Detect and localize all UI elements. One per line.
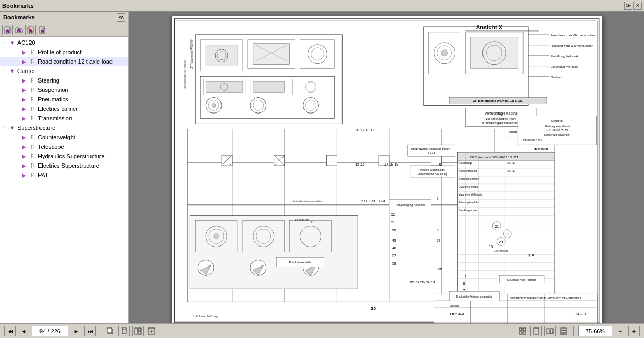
svg-text:ZF Transmastic WSK400: ZF Transmastic WSK400 — [190, 39, 193, 68]
svg-text:23 19  23 19  24: 23 19 23 19 24 — [360, 199, 385, 203]
tree-item-transmission[interactable]: ▶ ⚐ Transmission — [0, 114, 128, 123]
tree-item-counterweight[interactable]: ▶ ⚐ Counterweight — [0, 132, 128, 142]
grid-view-button[interactable] — [517, 326, 528, 336]
page-input[interactable] — [32, 326, 68, 336]
tree-item-carrier[interactable]: − ▼ Carrier — [0, 66, 128, 76]
collapse-left-icon[interactable]: ≪ — [117, 13, 125, 22]
svg-point-46 — [441, 50, 447, 56]
svg-text:52: 52 — [390, 212, 395, 216]
fit-button[interactable] — [146, 326, 157, 336]
svg-rect-212 — [523, 328, 526, 331]
last-page-button[interactable]: ⏭ — [84, 326, 96, 336]
svg-rect-30 — [253, 82, 284, 93]
window-controls: ≫ ✕ — [624, 2, 642, 10]
expand-profile — [13, 48, 20, 56]
svg-rect-77 — [326, 155, 337, 166]
svg-text:GETRIEBESTEUERUNG PNEUMATIK/HY: GETRIEBESTEUERUNG PNEUMATIK/HYD ZF-MERCE… — [510, 296, 581, 300]
window-expand-icon[interactable]: ≫ — [624, 2, 632, 10]
expand-pneumatics — [13, 96, 20, 103]
tree-label-road: Road condition 12 t axle load — [38, 58, 113, 65]
svg-text:52: 52 — [391, 254, 396, 258]
svg-text:58: 58 — [391, 262, 396, 265]
svg-text:Hydraulik: Hydraulik — [534, 147, 548, 150]
tree-item-telescope[interactable]: ▶ ⚐ Telescope — [0, 142, 128, 151]
tree-item-hydraulics-super[interactable]: ▶ ⚐ Hydraulics Superstructure — [0, 151, 128, 161]
tree-item-steering[interactable]: ▶ ⚐ Steering — [0, 76, 128, 85]
pdf-viewer: Ansicht X — [129, 12, 644, 323]
first-page-button[interactable]: ⏮ — [4, 326, 16, 336]
svg-text:Entlüftung hydraulik: Entlüftung hydraulik — [550, 55, 578, 58]
tree-item-superstructure[interactable]: − ▼ Superstructure — [0, 123, 128, 132]
two-page-button[interactable] — [544, 326, 556, 336]
svg-text:50: 50 — [391, 228, 396, 232]
new-bookmark-button[interactable] — [2, 25, 13, 35]
svg-text:55 54 56 54 53: 55 54 56 54 53 — [410, 280, 435, 284]
tree-item-pneumatics[interactable]: ▶ ⚐ Pneumatics — [0, 95, 128, 104]
expand-superstructure[interactable]: − — [1, 124, 8, 131]
svg-text:Rücklauf vom Wärmetauscher: Rücklauf vom Wärmetauscher — [550, 44, 592, 47]
expand-road — [13, 58, 20, 65]
bookmark-icon-pat: ▶ — [20, 171, 27, 179]
bookmark-flag-pneumatics: ⚐ — [29, 96, 36, 103]
svg-text:7.8: 7.8 — [528, 253, 535, 258]
svg-rect-216 — [547, 329, 549, 334]
continuous-button[interactable] — [558, 326, 569, 336]
move-bookmark-button[interactable] — [37, 25, 47, 35]
svg-text:20  17 18 17: 20 17 18 17 — [355, 128, 375, 132]
pdf-canvas[interactable]: Ansicht X — [129, 12, 644, 323]
bookmark-icon-profile: ▶ — [20, 48, 27, 56]
svg-text:Possasch: = WS: Possasch: = WS — [523, 138, 542, 141]
separator-2 — [573, 326, 574, 336]
svg-text:ZF Transmastic WSK400 16 S 221: ZF Transmastic WSK400 16 S 221 — [472, 99, 523, 103]
svg-rect-218 — [561, 328, 566, 330]
zoom-out-button[interactable]: − — [615, 326, 626, 336]
svg-marker-7 — [41, 29, 44, 33]
tree-item-suspension[interactable]: ▶ ⚐ Suspension — [0, 85, 128, 95]
svg-text:Ansicht X: Ansicht X — [476, 24, 502, 30]
expand-electrics-carrier — [13, 105, 20, 112]
svg-rect-217 — [550, 329, 553, 334]
bookmark-icon-counterweight: ▶ — [20, 134, 27, 141]
prev-page-button[interactable]: ◄ — [18, 326, 29, 336]
zoom-input[interactable] — [578, 326, 612, 336]
zoom-in-button[interactable]: + — [628, 326, 640, 336]
expand-carrier[interactable]: − — [1, 67, 8, 75]
svg-rect-15 — [206, 45, 237, 66]
tree-item-pat[interactable]: ▶ ⚐ PAT — [0, 170, 128, 180]
tree-item-electrics-super[interactable]: ▶ ⚐ Electrics Superstructure — [0, 161, 128, 170]
svg-text:Retardersteuerschieber: Retardersteuerschieber — [292, 200, 322, 203]
svg-text:Druckstelle Retardersteuerstuf: Druckstelle Retardersteuerstufe — [456, 295, 492, 298]
layout-button[interactable] — [132, 326, 144, 336]
tree-item-profile[interactable]: ▶ ⚐ Profile of product — [0, 47, 128, 57]
delete-bookmark-button[interactable] — [25, 25, 36, 35]
expand-counterweight — [13, 134, 20, 141]
svg-rect-19 — [253, 44, 289, 65]
bookmark-icon-suspension: ▶ — [20, 86, 27, 94]
svg-text:Magnetventil Module: Magnetventil Module — [458, 193, 482, 196]
window-bar: Bookmarks ≫ ✕ — [0, 0, 644, 12]
svg-text:Einleitung: Einleitung — [295, 218, 308, 221]
window-close-icon[interactable]: ✕ — [633, 2, 642, 10]
svg-rect-214 — [523, 332, 526, 334]
paste-button[interactable] — [118, 326, 130, 336]
bookmark-icon-telescope: ▶ — [20, 143, 27, 150]
svg-text:23: 23 — [499, 240, 503, 244]
svg-text:9: 9 — [464, 275, 466, 279]
next-page-button[interactable]: ► — [71, 326, 82, 336]
single-page-button[interactable] — [530, 326, 542, 336]
svg-text:ZF Transmastic WSK400 16 S 221: ZF Transmastic WSK400 16 S 221 — [470, 156, 519, 159]
svg-text:Pneumatische Steuerung: Pneumatische Steuerung — [417, 172, 447, 176]
copy-page-button[interactable] — [105, 326, 116, 336]
svg-text:22: 22 — [505, 232, 509, 236]
bookmark-flag-suspension: ⚐ — [29, 86, 36, 94]
tree-item-road[interactable]: ▶ ⚐ Road condition 12 t axle load — [0, 57, 128, 66]
tree-item-electrics-carrier[interactable]: ▶ ⚐ Electrics carrier — [0, 104, 128, 114]
svg-text:15 16: 15 16 — [355, 162, 365, 166]
bookmark-flag-road: ⚐ — [29, 58, 36, 65]
expand-ac120[interactable]: − — [1, 39, 8, 46]
tree-item-ac120[interactable]: − ▼ AC120 — [0, 38, 128, 47]
new-folder-button[interactable] — [14, 25, 24, 35]
tree-label-hydraulics-super: Hydraulics Superstructure — [38, 153, 105, 159]
separator-1 — [100, 326, 100, 336]
svg-text:Lüftversorgung Seil/Kette: Lüftversorgung Seil/Kette — [395, 203, 425, 207]
